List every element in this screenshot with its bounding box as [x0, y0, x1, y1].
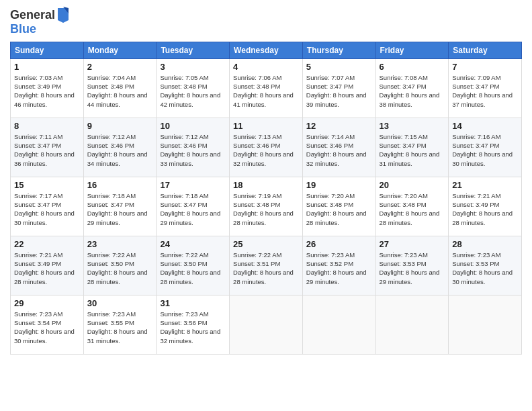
- day-number: 15: [14, 180, 80, 190]
- day-number: 5: [306, 62, 372, 72]
- day-number: 23: [87, 239, 153, 249]
- calendar-cell: 9 Sunrise: 7:12 AMSunset: 3:46 PMDayligh…: [83, 118, 157, 177]
- day-info: Sunrise: 7:04 AMSunset: 3:48 PMDaylight:…: [87, 74, 148, 108]
- day-info: Sunrise: 7:23 AMSunset: 3:54 PMDaylight:…: [14, 310, 75, 345]
- logo-general: General: [10, 8, 55, 21]
- calendar-cell: 2 Sunrise: 7:04 AMSunset: 3:48 PMDayligh…: [83, 58, 157, 118]
- day-info: Sunrise: 7:16 AMSunset: 3:47 PMDaylight:…: [452, 133, 513, 167]
- calendar-cell: 21 Sunrise: 7:21 AMSunset: 3:49 PMDaylig…: [449, 177, 522, 236]
- calendar-week-5: 29 Sunrise: 7:23 AMSunset: 3:54 PMDaylig…: [11, 295, 522, 354]
- calendar-week-4: 22 Sunrise: 7:21 AMSunset: 3:49 PMDaylig…: [11, 236, 522, 295]
- day-number: 13: [380, 121, 445, 131]
- day-info: Sunrise: 7:17 AMSunset: 3:47 PMDaylight:…: [14, 192, 75, 226]
- day-number: 31: [160, 298, 226, 308]
- day-number: 20: [380, 180, 445, 190]
- calendar-cell: 26 Sunrise: 7:23 AMSunset: 3:52 PMDaylig…: [302, 236, 375, 295]
- day-info: Sunrise: 7:23 AMSunset: 3:52 PMDaylight:…: [306, 251, 367, 285]
- day-number: 3: [160, 62, 226, 72]
- day-number: 29: [14, 298, 80, 308]
- day-info: Sunrise: 7:14 AMSunset: 3:46 PMDaylight:…: [306, 133, 367, 167]
- day-number: 30: [87, 298, 153, 308]
- calendar-cell: 27 Sunrise: 7:23 AMSunset: 3:53 PMDaylig…: [375, 236, 449, 295]
- calendar-cell: 22 Sunrise: 7:21 AMSunset: 3:49 PMDaylig…: [11, 236, 84, 295]
- day-info: Sunrise: 7:05 AMSunset: 3:48 PMDaylight:…: [160, 74, 220, 108]
- calendar-cell: 1 Sunrise: 7:03 AMSunset: 3:49 PMDayligh…: [11, 58, 84, 118]
- calendar-cell: 7 Sunrise: 7:09 AMSunset: 3:47 PMDayligh…: [449, 58, 522, 118]
- calendar-cell: 17 Sunrise: 7:18 AMSunset: 3:47 PMDaylig…: [157, 177, 230, 236]
- day-number: 18: [233, 180, 299, 190]
- day-info: Sunrise: 7:18 AMSunset: 3:47 PMDaylight:…: [87, 192, 148, 226]
- calendar-cell: [449, 295, 522, 354]
- day-number: 7: [452, 62, 518, 72]
- calendar-cell: 30 Sunrise: 7:23 AMSunset: 3:55 PMDaylig…: [83, 295, 157, 354]
- weekday-header-friday: Friday: [375, 42, 449, 58]
- page-header: General Blue: [10, 7, 522, 36]
- day-number: 21: [452, 180, 518, 190]
- calendar-cell: 24 Sunrise: 7:22 AMSunset: 3:50 PMDaylig…: [157, 236, 230, 295]
- calendar-cell: 19 Sunrise: 7:20 AMSunset: 3:48 PMDaylig…: [302, 177, 375, 236]
- calendar-cell: [302, 295, 375, 354]
- day-info: Sunrise: 7:11 AMSunset: 3:47 PMDaylight:…: [14, 133, 75, 167]
- day-number: 28: [452, 239, 518, 249]
- calendar-table: SundayMondayTuesdayWednesdayThursdayFrid…: [10, 42, 522, 355]
- calendar-cell: 18 Sunrise: 7:19 AMSunset: 3:48 PMDaylig…: [230, 177, 303, 236]
- day-info: Sunrise: 7:07 AMSunset: 3:47 PMDaylight:…: [306, 74, 367, 108]
- day-info: Sunrise: 7:21 AMSunset: 3:49 PMDaylight:…: [452, 192, 513, 226]
- day-number: 26: [306, 239, 372, 249]
- day-number: 11: [233, 121, 299, 131]
- calendar-cell: 4 Sunrise: 7:06 AMSunset: 3:48 PMDayligh…: [230, 58, 303, 118]
- day-info: Sunrise: 7:06 AMSunset: 3:48 PMDaylight:…: [233, 74, 294, 108]
- weekday-header-wednesday: Wednesday: [230, 42, 303, 58]
- day-number: 8: [14, 121, 80, 131]
- day-number: 24: [160, 239, 226, 249]
- day-info: Sunrise: 7:08 AMSunset: 3:47 PMDaylight:…: [380, 74, 440, 108]
- calendar-cell: 12 Sunrise: 7:14 AMSunset: 3:46 PMDaylig…: [302, 118, 375, 177]
- calendar-cell: 23 Sunrise: 7:22 AMSunset: 3:50 PMDaylig…: [83, 236, 157, 295]
- day-number: 16: [87, 180, 153, 190]
- day-info: Sunrise: 7:22 AMSunset: 3:50 PMDaylight:…: [87, 251, 148, 285]
- day-info: Sunrise: 7:23 AMSunset: 3:53 PMDaylight:…: [380, 251, 440, 285]
- logo: General Blue: [10, 7, 70, 36]
- calendar-cell: 15 Sunrise: 7:17 AMSunset: 3:47 PMDaylig…: [11, 177, 84, 236]
- day-info: Sunrise: 7:20 AMSunset: 3:48 PMDaylight:…: [380, 192, 440, 226]
- day-info: Sunrise: 7:15 AMSunset: 3:47 PMDaylight:…: [380, 133, 440, 167]
- day-number: 27: [380, 239, 445, 249]
- day-number: 12: [306, 121, 372, 131]
- day-info: Sunrise: 7:09 AMSunset: 3:47 PMDaylight:…: [452, 74, 513, 108]
- calendar-cell: 14 Sunrise: 7:16 AMSunset: 3:47 PMDaylig…: [449, 118, 522, 177]
- calendar-cell: 28 Sunrise: 7:23 AMSunset: 3:53 PMDaylig…: [449, 236, 522, 295]
- weekday-header-tuesday: Tuesday: [157, 42, 230, 58]
- calendar-cell: 20 Sunrise: 7:20 AMSunset: 3:48 PMDaylig…: [375, 177, 449, 236]
- day-info: Sunrise: 7:23 AMSunset: 3:55 PMDaylight:…: [87, 310, 148, 345]
- day-info: Sunrise: 7:22 AMSunset: 3:50 PMDaylight:…: [160, 251, 220, 285]
- day-number: 6: [380, 62, 445, 72]
- calendar-week-3: 15 Sunrise: 7:17 AMSunset: 3:47 PMDaylig…: [11, 177, 522, 236]
- weekday-header-thursday: Thursday: [302, 42, 375, 58]
- calendar-cell: 13 Sunrise: 7:15 AMSunset: 3:47 PMDaylig…: [375, 118, 449, 177]
- calendar-cell: [230, 295, 303, 354]
- day-number: 4: [233, 62, 299, 72]
- day-info: Sunrise: 7:13 AMSunset: 3:46 PMDaylight:…: [233, 133, 294, 167]
- calendar-header-row: SundayMondayTuesdayWednesdayThursdayFrid…: [11, 42, 522, 58]
- calendar-week-2: 8 Sunrise: 7:11 AMSunset: 3:47 PMDayligh…: [11, 118, 522, 177]
- day-info: Sunrise: 7:21 AMSunset: 3:49 PMDaylight:…: [14, 251, 75, 285]
- day-info: Sunrise: 7:23 AMSunset: 3:56 PMDaylight:…: [160, 310, 220, 345]
- day-number: 22: [14, 239, 80, 249]
- calendar-cell: 11 Sunrise: 7:13 AMSunset: 3:46 PMDaylig…: [230, 118, 303, 177]
- day-info: Sunrise: 7:03 AMSunset: 3:49 PMDaylight:…: [14, 74, 75, 108]
- page-container: General Blue SundayMondayTuesdayWednesda…: [0, 0, 532, 358]
- day-info: Sunrise: 7:19 AMSunset: 3:48 PMDaylight:…: [233, 192, 294, 226]
- calendar-week-1: 1 Sunrise: 7:03 AMSunset: 3:49 PMDayligh…: [11, 58, 522, 118]
- logo-text: General: [10, 9, 55, 22]
- day-info: Sunrise: 7:23 AMSunset: 3:53 PMDaylight:…: [452, 251, 513, 285]
- day-number: 9: [87, 121, 153, 131]
- day-number: 10: [160, 121, 226, 131]
- calendar-cell: 5 Sunrise: 7:07 AMSunset: 3:47 PMDayligh…: [302, 58, 375, 118]
- calendar-cell: 6 Sunrise: 7:08 AMSunset: 3:47 PMDayligh…: [375, 58, 449, 118]
- calendar-cell: 16 Sunrise: 7:18 AMSunset: 3:47 PMDaylig…: [83, 177, 157, 236]
- day-number: 19: [306, 180, 372, 190]
- day-info: Sunrise: 7:12 AMSunset: 3:46 PMDaylight:…: [87, 133, 148, 167]
- day-info: Sunrise: 7:20 AMSunset: 3:48 PMDaylight:…: [306, 192, 367, 226]
- weekday-header-sunday: Sunday: [11, 42, 84, 58]
- calendar-cell: 29 Sunrise: 7:23 AMSunset: 3:54 PMDaylig…: [11, 295, 84, 354]
